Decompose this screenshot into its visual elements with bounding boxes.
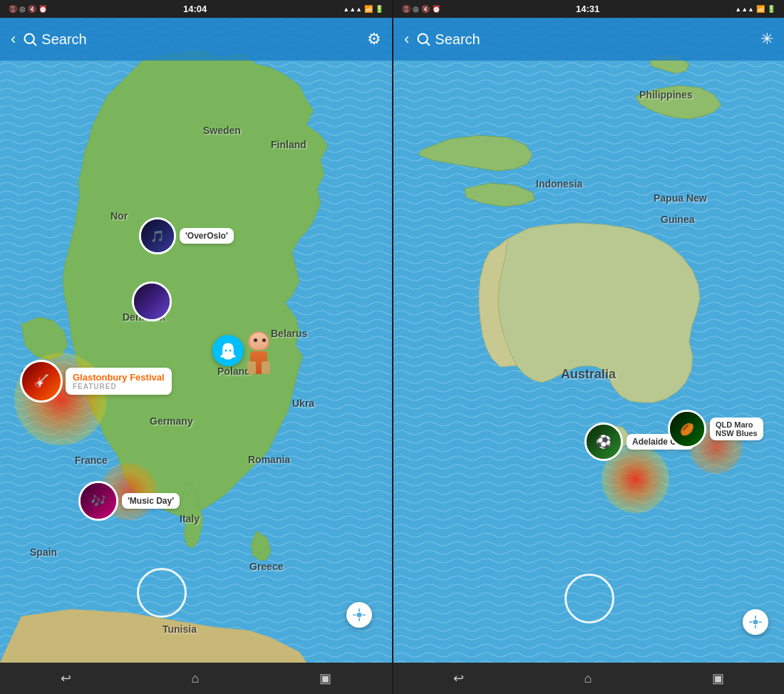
music-day-img: 🎶 [78, 481, 118, 521]
alarm-icon: ⏰ [38, 5, 47, 13]
search-text-left[interactable]: Search [41, 31, 367, 48]
nav-bar-left: ‹ Search ⚙ [0, 18, 392, 61]
svg-point-2 [229, 349, 232, 351]
gps-button-left[interactable] [346, 602, 372, 628]
circle-icon-r: ◎ [413, 5, 419, 13]
back-button-right[interactable]: ‹ [404, 30, 409, 48]
ghost-pin[interactable] [212, 335, 244, 366]
svg-point-1 [225, 349, 227, 351]
svg-line-9 [426, 42, 430, 46]
ghost-icon [219, 341, 237, 360]
circle-icon: ◎ [19, 5, 26, 13]
settings-button-left[interactable]: ⚙ [367, 30, 381, 48]
music-day-bubble: 'Music Day' [122, 493, 180, 509]
svg-point-7 [753, 620, 758, 625]
right-screen: 📵 ◎ 🔇 ⏰ 14:31 ▲▲▲ 📶 🔋 [393, 0, 784, 694]
alarm-icon-r: ⏰ [432, 5, 440, 13]
location-ring-left [137, 568, 187, 618]
left-screen: 📵 ◎ 🔇 ⏰ 14:04 ▲▲▲ 📶 🔋 [0, 0, 392, 694]
recents-nav-right[interactable]: ▣ [699, 666, 737, 690]
location-ring-right [564, 574, 614, 623]
bottom-nav-right: ↩ ⌂ ▣ [393, 663, 784, 694]
battery-icon: 🔋 [375, 5, 383, 13]
battery-icons-right: ▲▲▲ 📶 🔋 [735, 5, 775, 13]
bitmoji-character [241, 331, 277, 374]
search-text-right[interactable]: Search [435, 31, 760, 48]
gps-icon [352, 608, 366, 622]
back-nav-left[interactable]: ↩ [48, 666, 84, 690]
bottom-nav-left: ↩ ⌂ ▣ [0, 663, 392, 694]
signal-icon: ▲▲▲ [343, 6, 362, 13]
mute-icon-r: 🔇 [421, 5, 430, 13]
time-left: 14:04 [183, 4, 207, 14]
adelaide-img: ⚽ [584, 423, 623, 461]
glastonbury-img: 🎸 [20, 360, 63, 403]
battery-icons-left: ▲▲▲ 📶 🔋 [343, 5, 383, 13]
search-icon-right [416, 32, 430, 46]
media-icon: 📵 [9, 5, 17, 13]
wifi-icon-r: 📶 [756, 5, 765, 13]
time-right: 14:31 [576, 4, 599, 14]
qld-img: 🏉 [668, 410, 706, 448]
status-bar-left: 📵 ◎ 🔇 ⏰ 14:04 ▲▲▲ 📶 🔋 [0, 0, 392, 18]
glastonbury-pin[interactable]: 🎸 Glastonbury Festival FEATURED [20, 360, 172, 403]
settings-button-right[interactable]: ✳ [760, 30, 773, 48]
gps-button-right[interactable] [743, 609, 768, 635]
glastonbury-bubble: Glastonbury Festival FEATURED [66, 368, 172, 395]
search-icon-left [23, 32, 37, 46]
map-left: Sweden Finland Nor Denmark Belarus Polan… [0, 18, 392, 663]
mute-icon: 🔇 [28, 5, 36, 13]
home-nav-left[interactable]: ⌂ [179, 667, 212, 690]
denmark-pin[interactable] [132, 281, 172, 321]
svg-point-3 [357, 613, 362, 618]
status-bar-right: 📵 ◎ 🔇 ⏰ 14:31 ▲▲▲ 📶 🔋 [393, 0, 784, 18]
map-right: Philippines Indonesia Papua New Guinea A… [393, 18, 784, 663]
qld-bubble: QLD Maro NSW Blues [710, 418, 763, 440]
recents-nav-left[interactable]: ▣ [306, 666, 344, 690]
svg-line-5 [33, 42, 36, 46]
qld-pin[interactable]: 🏉 QLD Maro NSW Blues [668, 410, 763, 448]
wifi-icon: 📶 [364, 5, 373, 13]
glastonbury-name: Glastonbury Festival [73, 372, 165, 383]
oslo-img: 🎵 [139, 217, 176, 254]
music-day-pin[interactable]: 🎶 'Music Day' [78, 481, 180, 521]
oslo-pin[interactable]: 🎵 'OverOslo' [139, 217, 234, 254]
nav-bar-right: ‹ Search ✳ [393, 18, 784, 61]
status-icons-right: 📵 ◎ 🔇 ⏰ [402, 5, 440, 13]
glastonbury-tag: FEATURED [73, 383, 165, 390]
back-nav-right[interactable]: ↩ [440, 666, 477, 690]
status-icons-left: 📵 ◎ 🔇 ⏰ [9, 5, 47, 13]
oslo-bubble: 'OverOslo' [180, 228, 234, 244]
signal-icon-r: ▲▲▲ [735, 6, 754, 13]
battery-icon-r: 🔋 [767, 5, 775, 13]
gps-icon-right [748, 615, 763, 629]
home-nav-right[interactable]: ⌂ [572, 667, 605, 690]
back-button-left[interactable]: ‹ [11, 30, 16, 48]
media-icon-r: 📵 [402, 5, 411, 13]
